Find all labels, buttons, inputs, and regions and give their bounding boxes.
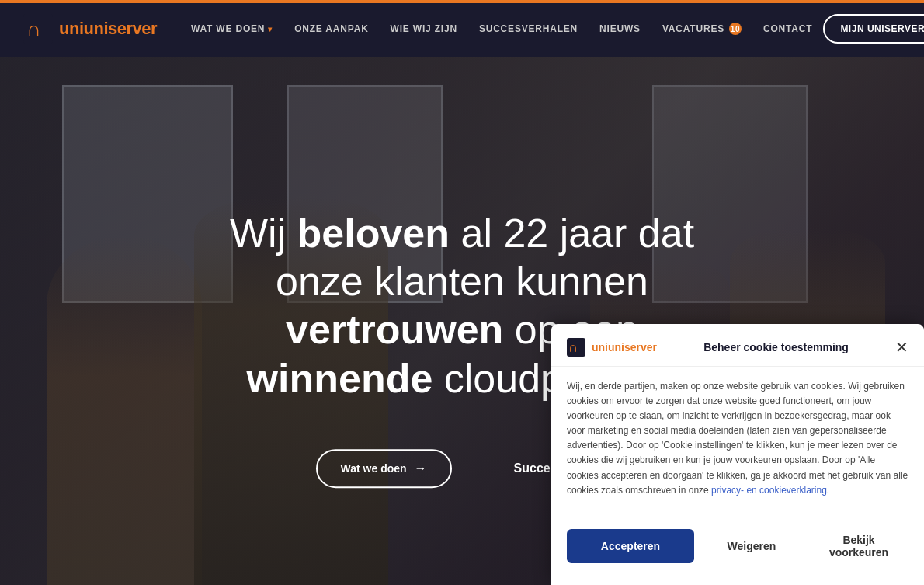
cookie-logo: ∩ uniuniserver (567, 338, 657, 357)
main-nav: WAT WE DOEN ▾ ONZE AANPAK WIE WIJ ZIJN S… (180, 0, 823, 57)
orange-top-bar (0, 0, 924, 3)
cookie-close-button[interactable]: ✕ (895, 340, 908, 355)
nav-item-wat-we-doen[interactable]: WAT WE DOEN ▾ (180, 0, 283, 57)
cookie-logo-icon: ∩ (567, 338, 585, 357)
cookie-header: ∩ uniuniserver Beheer cookie toestemming… (551, 324, 924, 367)
nav-item-onze-aanpak[interactable]: ONZE AANPAK (283, 0, 379, 57)
wat-we-doen-label: Wat we doen (341, 462, 407, 475)
nav-item-contact[interactable]: CONTACT (752, 0, 823, 57)
logo-text: uniuniserver (59, 19, 157, 39)
header-right: MIJN UNISERVER 🔍 (823, 14, 924, 44)
arrow-icon: → (415, 461, 427, 475)
logo-icon: ∩ (23, 14, 53, 44)
reject-cookies-button[interactable]: Weigeren (694, 529, 809, 563)
cookie-dialog: ∩ uniuniserver Beheer cookie toestemming… (551, 324, 924, 586)
accept-cookies-button[interactable]: Accepteren (567, 529, 694, 563)
privacy-policy-link[interactable]: privacy- en cookieverklaring (711, 485, 827, 496)
vacatures-badge: 10 (729, 23, 742, 35)
cookie-footer: Accepteren Weigeren Bekijk voorkeuren (551, 510, 924, 585)
nav-item-succesverhalen[interactable]: SUCCESVERHALEN (468, 0, 589, 57)
chevron-down-icon: ▾ (268, 25, 273, 33)
cookie-logo-text: uniuniserver (592, 341, 657, 353)
main-header: ∩ uniuniserver WAT WE DOEN ▾ ONZE AANPAK… (0, 0, 924, 57)
svg-text:∩: ∩ (568, 340, 578, 355)
wat-we-doen-button[interactable]: Wat we doen → (316, 449, 452, 488)
view-preferences-button[interactable]: Bekijk voorkeuren (809, 523, 908, 569)
nav-item-nieuws[interactable]: NIEUWS (589, 0, 651, 57)
mijn-uniserver-button[interactable]: MIJN UNISERVER (823, 14, 924, 44)
bg-person-left (47, 235, 202, 585)
cookie-body: Wij, en derde partijen, maken op onze we… (551, 367, 924, 511)
logo[interactable]: ∩ uniuniserver (23, 14, 157, 44)
nav-item-vacatures[interactable]: VACATURES 10 (651, 0, 752, 57)
svg-text:∩: ∩ (26, 17, 41, 40)
cookie-text: Wij, en derde partijen, maken op onze we… (567, 379, 908, 499)
nav-item-wie-wij-zijn[interactable]: WIE WIJ ZIJN (380, 0, 468, 57)
cookie-dialog-title: Beheer cookie toestemming (657, 341, 895, 353)
